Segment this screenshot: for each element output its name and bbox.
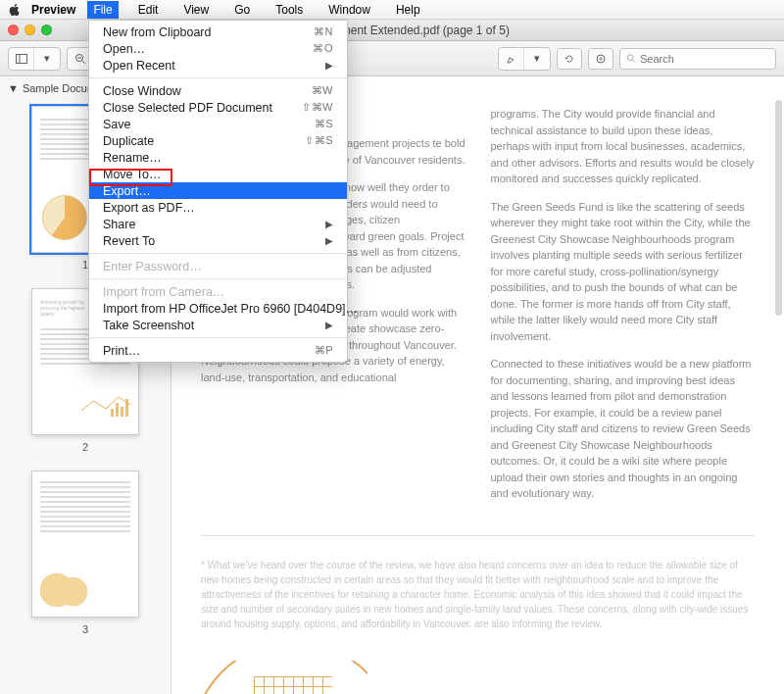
- file-menu-rename[interactable]: Rename…: [89, 149, 347, 166]
- svg-line-3: [82, 61, 85, 64]
- menu-separator: [89, 278, 347, 279]
- menu-window[interactable]: Window: [322, 1, 376, 19]
- page-thumbnail-3[interactable]: [31, 471, 139, 618]
- system-menu-bar: Preview File Edit View Go Tools Window H…: [0, 0, 784, 20]
- page-number-2: 2: [82, 441, 88, 453]
- highlight-button[interactable]: [499, 48, 524, 70]
- close-window-button[interactable]: [8, 25, 19, 35]
- file-menu-save[interactable]: Save⌘S: [89, 116, 347, 132]
- file-menu-print[interactable]: Print…⌘P: [89, 342, 347, 359]
- file-menu-open-recent[interactable]: Open Recent▶: [89, 57, 347, 74]
- markup-group: ▾: [498, 47, 551, 71]
- highlight-dropdown-button[interactable]: ▾: [524, 48, 550, 70]
- zoom-window-button[interactable]: [41, 25, 52, 35]
- file-menu-close-window[interactable]: Close Window⌘W: [89, 82, 347, 99]
- file-menu-export[interactable]: Export…: [89, 182, 347, 199]
- app-name[interactable]: Preview: [31, 3, 75, 17]
- footnote: * What we've heard over the course of th…: [172, 548, 784, 651]
- svg-line-11: [633, 60, 635, 62]
- search-field[interactable]: [619, 48, 776, 70]
- file-menu-import-from-hp-officejet-pro-6960-d404d9[interactable]: Import from HP OfficeJet Pro 6960 [D404D…: [89, 300, 347, 317]
- file-menu-dropdown: New from Clipboard⌘NOpen…⌘OOpen Recent▶C…: [88, 20, 348, 363]
- markup-toolbar-button[interactable]: [588, 48, 613, 70]
- svg-rect-0: [16, 54, 26, 63]
- file-menu-duplicate[interactable]: Duplicate⇧⌘S: [89, 132, 347, 149]
- file-menu-share[interactable]: Share▶: [89, 216, 347, 232]
- sidebar-view-button[interactable]: [9, 48, 34, 70]
- search-icon: [626, 53, 636, 64]
- menu-view[interactable]: View: [177, 1, 215, 19]
- doc-artwork: From Improvement to Innovation: [172, 651, 784, 695]
- file-menu-export-as-pdf[interactable]: Export as PDF…: [89, 199, 347, 216]
- divider: [201, 535, 755, 536]
- page-number-3: 3: [82, 623, 88, 635]
- menu-separator: [89, 337, 347, 338]
- menu-separator: [89, 253, 347, 254]
- minimize-window-button[interactable]: [24, 25, 35, 35]
- waffle-graphic: [201, 661, 368, 695]
- file-menu-import-from-camera: Import from Camera…: [89, 283, 347, 300]
- menu-help[interactable]: Help: [390, 1, 426, 19]
- file-menu-move-to[interactable]: Move To…: [89, 166, 347, 182]
- doc-scrollbar[interactable]: [775, 100, 782, 316]
- search-input[interactable]: [640, 53, 769, 65]
- file-menu-close-selected-pdf-document[interactable]: Close Selected PDF Document⇧⌘W: [89, 99, 347, 116]
- doc-right-column: programs. The City would provide financi…: [491, 106, 756, 514]
- apple-icon[interactable]: [8, 3, 22, 17]
- file-menu-enter-password: Enter Password…: [89, 258, 347, 274]
- file-menu-revert-to[interactable]: Revert To▶: [89, 232, 347, 249]
- traffic-lights: [8, 25, 52, 35]
- menu-separator: [89, 77, 347, 78]
- rotate-button[interactable]: [557, 48, 582, 70]
- menu-file[interactable]: File: [87, 1, 118, 19]
- view-dropdown-button[interactable]: ▾: [34, 48, 60, 70]
- view-mode-group: ▾: [8, 47, 61, 71]
- menu-go[interactable]: Go: [228, 1, 256, 19]
- svg-point-10: [627, 55, 633, 61]
- file-menu-new-from-clipboard[interactable]: New from Clipboard⌘N: [89, 24, 347, 40]
- menu-tools[interactable]: Tools: [270, 1, 309, 19]
- menu-edit[interactable]: Edit: [132, 1, 165, 19]
- file-menu-take-screenshot[interactable]: Take Screenshot▶: [89, 317, 347, 333]
- file-menu-open[interactable]: Open…⌘O: [89, 40, 347, 57]
